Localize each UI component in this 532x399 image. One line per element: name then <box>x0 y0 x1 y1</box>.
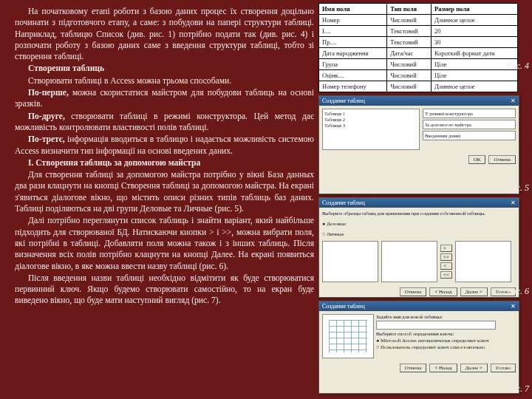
article-text: На початковому етапі роботи з базою дани… <box>0 0 317 399</box>
paragraph: По-перше, можна скористатися майстром дл… <box>15 87 314 110</box>
next-button[interactable]: Далее > <box>460 287 488 296</box>
cancel-button[interactable]: Отмена <box>488 155 516 164</box>
radio-user-key[interactable]: Пользователь определяет ключ самостоятел… <box>376 344 516 350</box>
close-icon[interactable]: ✕ <box>511 200 516 206</box>
create-option[interactable]: У режимі конструктора <box>423 109 516 118</box>
finish-button[interactable]: Готово <box>491 364 516 372</box>
paragraph: На початковому етапі роботи з базою дани… <box>15 6 314 62</box>
paragraph: Створювати таблиці в Access можна трьома… <box>15 75 314 86</box>
heading-creating-tables: Створення таблиць <box>15 63 314 74</box>
close-icon[interactable]: ✕ <box>511 303 516 310</box>
radio-business[interactable]: Деловые <box>322 221 516 227</box>
sample-tables-list[interactable] <box>322 241 378 282</box>
preview-pane <box>322 314 374 358</box>
figure-6: Создание таблиц✕ Выберите образцы таблиц… <box>318 197 528 298</box>
move-right-button[interactable]: > <box>440 245 452 252</box>
back-button[interactable]: < Назад <box>429 364 457 372</box>
heading-wizard: I. Створення таблиць за допомогою майстр… <box>15 157 314 168</box>
col-header: Имя поля <box>319 4 387 15</box>
ok-button[interactable]: ОК <box>468 155 486 164</box>
create-option[interactable]: Введенням даних <box>423 131 516 140</box>
figure-caption: Рис. 7 <box>506 383 529 395</box>
cancel-button[interactable]: Отмена <box>400 287 427 296</box>
new-table-fields-list[interactable] <box>455 241 511 282</box>
create-option[interactable]: За допомогою майстра <box>423 120 516 129</box>
next-button[interactable]: Далее > <box>460 364 488 372</box>
figures-column: Имя поля Тип поля Размер поля НомерЧисло… <box>317 0 532 399</box>
move-all-left-button[interactable]: << <box>440 271 452 279</box>
close-icon[interactable]: ✕ <box>511 98 516 104</box>
table-name-input[interactable] <box>376 321 496 330</box>
cancel-button[interactable]: Отмена <box>400 364 427 372</box>
paragraph: По-третє, інформація вводиться в таблицю… <box>15 134 314 157</box>
figure-7: Создание таблиц✕ Задайте имя для новой т… <box>318 301 528 394</box>
paragraph: Далі потрібно переглянути список таблиць… <box>15 215 314 271</box>
figure-caption: Рис. 5 <box>506 183 529 194</box>
sample-fields-list[interactable] <box>381 241 437 282</box>
radio-personal[interactable]: Личные <box>322 231 516 237</box>
paragraph: Після введення назви таблиці необхідно в… <box>15 273 314 307</box>
col-header: Размер поля <box>431 4 517 15</box>
radio-auto-key[interactable]: Microsoft Access автоматически определяе… <box>376 338 516 344</box>
wizard-fields: Создание таблиц✕ Выберите образцы таблиц… <box>318 197 519 298</box>
object-list[interactable]: Таблиця 1 Таблиця 2 Таблиця 3 <box>322 109 420 150</box>
move-left-button[interactable]: < <box>440 262 452 270</box>
figure-5: Создание таблиц✕ Таблиця 1 Таблиця 2 Таб… <box>318 95 528 194</box>
figure-4: Имя поля Тип поля Размер поля НомерЧисло… <box>318 3 528 92</box>
wizard-name-key: Создание таблиц✕ Задайте имя для новой т… <box>318 301 519 394</box>
db-window: Создание таблиц✕ Таблиця 1 Таблиця 2 Таб… <box>318 95 519 194</box>
paragraph: По-друге, створювати таблиці в режимі ко… <box>15 111 314 134</box>
col-header: Тип поля <box>387 4 432 15</box>
figure-caption: Рис. 4 <box>506 61 529 72</box>
paragraph: Для створення таблиці за допомогою майст… <box>15 169 314 214</box>
back-button[interactable]: < Назад <box>429 287 457 296</box>
figure-caption: Рис. 6 <box>506 286 529 297</box>
move-all-right-button[interactable]: >> <box>440 253 452 261</box>
structure-table: Имя поля Тип поля Размер поля НомерЧисло… <box>318 3 518 92</box>
